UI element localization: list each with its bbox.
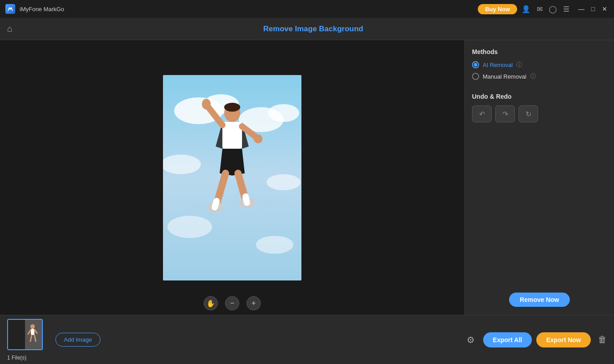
hand-tool-button[interactable]: ✋ [204, 296, 218, 310]
manual-removal-label: Manual Removal [483, 73, 526, 80]
right-panel: Methods AI Removal ⓘ Manual Removal ⓘ Un… [464, 40, 614, 315]
file-count: 1 File(s) [7, 355, 26, 361]
minimize-button[interactable]: — [577, 5, 585, 13]
thumbnail-inner [8, 320, 42, 349]
reset-button[interactable]: ↻ [518, 105, 538, 122]
menu-icon[interactable]: ☰ [563, 5, 569, 13]
export-now-button[interactable]: Export Now [536, 332, 591, 347]
globe-icon[interactable]: ◯ [549, 5, 557, 13]
export-all-button[interactable]: Export All [483, 332, 532, 347]
svg-point-8 [167, 216, 212, 238]
app-title: iMyFone MarkGo [20, 6, 473, 13]
undo-redo-section: Undo & Redo ↶ ↷ ↻ [472, 93, 607, 122]
add-image-button[interactable]: Add Image [55, 333, 100, 347]
remove-now-button[interactable]: Remove Now [509, 293, 570, 307]
window-controls: — □ ✕ [577, 5, 609, 13]
ai-removal-label: AI Removal [483, 62, 513, 68]
ai-removal-help-icon[interactable]: ⓘ [516, 61, 522, 69]
close-button[interactable]: ✕ [601, 5, 609, 13]
undo-redo-buttons: ↶ ↷ ↻ [472, 105, 607, 122]
main-area: ✋ − + Methods AI Removal ⓘ Manual Remova… [0, 40, 614, 315]
svg-point-25 [30, 324, 35, 329]
svg-line-21 [215, 201, 217, 207]
bottom-right: ⚙ Export All Export Now [463, 332, 591, 348]
settings-button[interactable]: ⚙ [463, 332, 479, 348]
svg-point-14 [202, 99, 211, 109]
svg-point-7 [267, 174, 301, 190]
zoom-in-button[interactable]: + [246, 296, 261, 310]
svg-line-22 [246, 197, 247, 203]
panel-spacer [472, 131, 607, 293]
page-title: Remove Image Background [20, 25, 607, 33]
user-icon[interactable]: 👤 [522, 5, 530, 13]
canvas-area: ✋ − + [0, 40, 464, 315]
svg-point-5 [268, 104, 299, 122]
canvas-toolbar: ✋ − + [204, 296, 261, 310]
home-icon[interactable]: ⌂ [7, 24, 13, 34]
redo-button[interactable]: ↷ [495, 105, 515, 122]
titlebar-icons: 👤 ✉ ◯ ☰ [522, 5, 569, 13]
bottom-bar: 1 File(s) Add Image ⚙ Export All Export … [0, 315, 614, 364]
manual-removal-help-icon[interactable]: ⓘ [530, 72, 536, 80]
topbar: ⌂ Remove Image Background [0, 18, 614, 40]
bottom-left: 1 File(s) [7, 319, 43, 361]
image-display [163, 75, 301, 280]
app-logo [5, 4, 15, 14]
ai-removal-radio[interactable] [472, 61, 479, 68]
svg-rect-23 [8, 320, 25, 349]
titlebar: iMyFone MarkGo Buy Now 👤 ✉ ◯ ☰ — □ ✕ [0, 0, 614, 18]
zoom-out-button[interactable]: − [225, 296, 239, 310]
svg-point-11 [224, 103, 240, 112]
manual-removal-radio[interactable] [472, 73, 479, 80]
image-thumbnail[interactable] [7, 319, 43, 350]
svg-point-16 [254, 134, 263, 143]
svg-point-9 [256, 236, 293, 254]
buy-now-button[interactable]: Buy Now [478, 4, 517, 14]
mail-icon[interactable]: ✉ [537, 5, 543, 13]
delete-button[interactable]: 🗑 [598, 335, 607, 345]
maximize-button[interactable]: □ [589, 5, 597, 13]
methods-title: Methods [472, 48, 607, 55]
ai-removal-option[interactable]: AI Removal ⓘ [472, 61, 607, 69]
undo-redo-title: Undo & Redo [472, 93, 607, 100]
undo-button[interactable]: ↶ [472, 105, 492, 122]
methods-section: Methods AI Removal ⓘ Manual Removal ⓘ [472, 48, 607, 84]
manual-removal-option[interactable]: Manual Removal ⓘ [472, 72, 607, 80]
